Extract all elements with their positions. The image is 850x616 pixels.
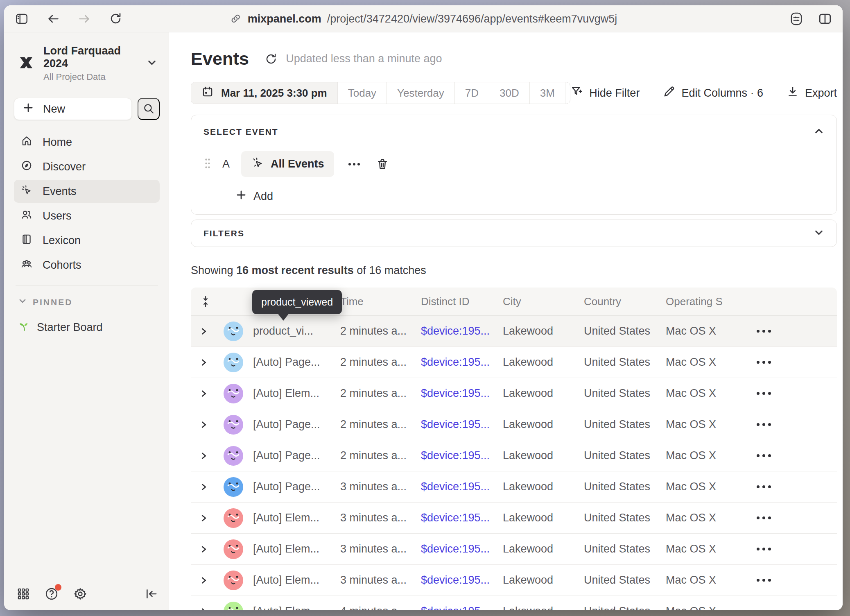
pinned-item-label: Starter Board [37, 321, 103, 334]
sidebar-toggle-icon[interactable] [15, 12, 29, 26]
row-event-name[interactable]: [Auto] Elem... [250, 605, 337, 610]
forward-icon[interactable] [78, 12, 91, 25]
split-view-icon[interactable] [818, 12, 832, 26]
row-country: United States [581, 387, 662, 400]
date-preset-7d[interactable]: 7D [454, 82, 489, 104]
row-event-name[interactable]: [Auto] Page... [250, 418, 337, 431]
event-selector-chip[interactable]: All Events [241, 151, 334, 177]
date-preset-6m[interactable]: 6M [565, 82, 570, 104]
row-menu-button[interactable] [757, 330, 775, 333]
row-menu-button[interactable] [757, 485, 775, 488]
row-distinct-id[interactable]: $device:195... [418, 605, 500, 610]
table-row[interactable]: [Auto] Elem... 4 minutes a... $device:19… [191, 596, 837, 610]
row-expand-button[interactable] [191, 514, 217, 522]
page-settings-icon[interactable] [789, 12, 803, 26]
new-button[interactable]: New [14, 98, 132, 120]
collapse-rows-icon[interactable] [191, 295, 217, 308]
row-distinct-id[interactable]: $device:195... [418, 356, 500, 369]
export-button[interactable]: Export [786, 85, 837, 101]
row-menu-button[interactable] [757, 423, 775, 426]
row-expand-button[interactable] [191, 545, 217, 553]
row-event-name[interactable]: [Auto] Elem... [250, 387, 337, 400]
back-icon[interactable] [47, 12, 60, 25]
date-preset-30d[interactable]: 30D [489, 82, 529, 104]
row-expand-button[interactable] [191, 390, 217, 398]
sidebar-item-discover[interactable]: Discover [14, 155, 160, 178]
pinned-section-toggle[interactable]: PINNED [18, 297, 160, 308]
sidebar-item-starter-board[interactable]: Starter Board [18, 320, 160, 335]
sidebar-item-events[interactable]: Events [14, 180, 160, 203]
date-preset-yesterday[interactable]: Yesterday [387, 82, 454, 104]
sidebar-item-cohorts[interactable]: Cohorts [14, 254, 160, 276]
pencil-icon [662, 85, 676, 101]
table-row[interactable]: [Auto] Page... 3 minutes a... $device:19… [191, 471, 837, 503]
row-menu-button[interactable] [757, 361, 775, 364]
event-more-button[interactable] [347, 162, 361, 167]
row-distinct-id[interactable]: $device:195... [418, 480, 500, 493]
apps-grid-icon[interactable] [16, 587, 30, 601]
row-expand-button[interactable] [191, 452, 217, 460]
row-expand-button[interactable] [191, 421, 217, 429]
row-menu-button[interactable] [757, 548, 775, 550]
row-event-name[interactable]: [Auto] Page... [250, 356, 337, 369]
table-row[interactable]: [Auto] Page... 2 minutes a... $device:19… [191, 347, 837, 378]
collapse-sidebar-icon[interactable] [144, 587, 158, 601]
header-time[interactable]: Time [337, 295, 418, 308]
table-row[interactable]: [Auto] Elem... 3 minutes a... $device:19… [191, 534, 837, 565]
settings-gear-icon[interactable] [73, 587, 88, 601]
help-button[interactable] [44, 587, 59, 601]
filters-panel[interactable]: FILTERS [191, 220, 837, 247]
header-country[interactable]: Country [581, 295, 662, 308]
row-distinct-id[interactable]: $device:195... [418, 574, 500, 587]
date-preset-3m[interactable]: 3M [529, 82, 565, 104]
row-expand-button[interactable] [191, 607, 217, 611]
table-row[interactable]: [Auto] Elem... 3 minutes a... $device:19… [191, 503, 837, 534]
row-event-name[interactable]: [Auto] Elem... [250, 543, 337, 555]
table-row[interactable]: [Auto] Elem... 2 minutes a... $device:19… [191, 378, 837, 409]
row-expand-button[interactable] [191, 327, 217, 335]
edit-columns-button[interactable]: Edit Columns · 6 [662, 85, 763, 101]
row-event-name[interactable]: [Auto] Elem... [250, 512, 337, 524]
sidebar-footer [14, 584, 160, 602]
header-city[interactable]: City [500, 295, 581, 308]
row-expand-button[interactable] [191, 576, 217, 584]
row-menu-button[interactable] [757, 610, 775, 610]
table-row[interactable]: [Auto] Page... 2 minutes a... $device:19… [191, 440, 837, 471]
sidebar-item-users[interactable]: Users [14, 204, 160, 227]
row-distinct-id[interactable]: $device:195... [418, 418, 500, 431]
hide-filter-button[interactable]: Hide Filter [570, 85, 640, 101]
table-row[interactable]: [Auto] Page... 2 minutes a... $device:19… [191, 409, 837, 440]
drag-handle-icon[interactable] [203, 157, 212, 171]
refresh-icon[interactable] [264, 52, 278, 66]
sidebar-item-home[interactable]: Home [14, 131, 160, 154]
sidebar-item-lexicon[interactable]: Lexicon [14, 229, 160, 252]
row-expand-button[interactable] [191, 358, 217, 367]
expand-panel-icon[interactable] [814, 227, 824, 240]
collapse-panel-icon[interactable] [814, 126, 824, 138]
row-distinct-id[interactable]: $device:195... [418, 512, 500, 524]
row-distinct-id[interactable]: $device:195... [418, 325, 500, 337]
search-button[interactable] [138, 98, 160, 120]
delete-event-button[interactable] [376, 158, 389, 171]
project-switcher[interactable]: Lord Farquaad 2024 All Project Data [14, 43, 160, 84]
row-event-name[interactable]: [Auto] Elem... [250, 574, 337, 587]
row-menu-button[interactable] [757, 579, 775, 582]
row-menu-button[interactable] [757, 516, 775, 519]
table-row[interactable]: [Auto] Elem... 3 minutes a... $device:19… [191, 565, 837, 596]
date-range-custom[interactable]: Mar 11, 2025 3:30 pm [191, 82, 337, 104]
row-distinct-id[interactable]: $device:195... [418, 387, 500, 400]
row-distinct-id[interactable]: $device:195... [418, 543, 500, 555]
add-event-button[interactable]: Add [235, 189, 824, 204]
row-event-name[interactable]: [Auto] Page... [250, 449, 337, 462]
reload-icon[interactable] [109, 12, 122, 25]
row-event-name[interactable]: [Auto] Page... [250, 480, 337, 493]
address-bar[interactable]: mixpanel.com/project/3472420/view/397469… [230, 12, 617, 25]
header-distinct-id[interactable]: Distinct ID [418, 295, 500, 308]
row-event-name[interactable]: product_vi... [250, 325, 337, 337]
row-menu-button[interactable] [757, 392, 775, 395]
date-preset-today[interactable]: Today [337, 82, 387, 104]
row-expand-button[interactable] [191, 483, 217, 491]
header-os[interactable]: Operating S [662, 295, 753, 308]
row-menu-button[interactable] [757, 454, 775, 457]
row-distinct-id[interactable]: $device:195... [418, 449, 500, 462]
